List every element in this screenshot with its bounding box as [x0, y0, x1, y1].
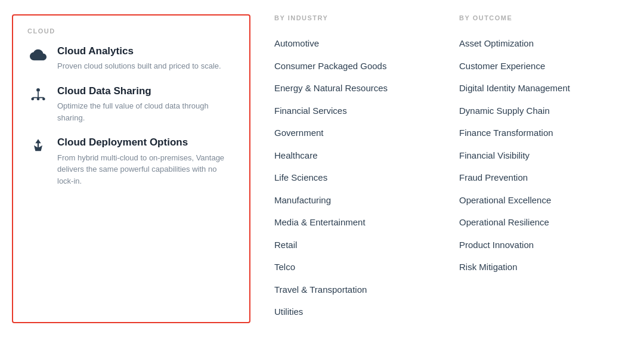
industry-item-5[interactable]: Healthcare [274, 144, 435, 167]
industry-item-7[interactable]: Manufacturing [274, 189, 435, 212]
outcome-item-7[interactable]: Operational Excellence [459, 189, 620, 212]
industry-item-1[interactable]: Consumer Packaged Goods [274, 55, 435, 78]
cloud-analytics-icon [27, 47, 49, 63]
cloud-data-sharing-icon [27, 86, 49, 103]
cloud-analytics-desc: Proven cloud solutions built and priced … [57, 60, 221, 72]
outcome-item-4[interactable]: Finance Transformation [459, 122, 620, 144]
outcome-column: BY OUTCOME Asset OptimizationCustomer Ex… [447, 14, 632, 323]
cloud-data-sharing-desc: Optimize the full value of cloud data th… [57, 100, 235, 123]
cloud-analytics-text: Cloud Analytics Proven cloud solutions b… [57, 45, 221, 83]
industry-column: BY INDUSTRY AutomotiveConsumer Packaged … [262, 14, 447, 323]
cloud-column: CLOUD Cloud Analytics Proven cloud solut… [12, 14, 250, 323]
industry-item-0[interactable]: Automotive [274, 32, 435, 55]
outcome-section-label: BY OUTCOME [459, 14, 620, 21]
industry-item-12[interactable]: Utilities [274, 301, 435, 323]
industry-section-label: BY INDUSTRY [274, 14, 435, 21]
outcome-item-5[interactable]: Financial Visibility [459, 144, 620, 167]
industry-item-9[interactable]: Retail [274, 234, 435, 256]
outcome-item-2[interactable]: Digital Identity Management [459, 77, 620, 100]
outcome-item-3[interactable]: Dynamic Supply Chain [459, 100, 620, 122]
industry-item-11[interactable]: Travel & Transportation [274, 278, 435, 301]
industry-item-10[interactable]: Telco [274, 256, 435, 278]
outcome-item-0[interactable]: Asset Optimization [459, 32, 620, 55]
cloud-data-sharing-item[interactable]: Cloud Data Sharing Optimize the full val… [27, 85, 235, 134]
outcome-item-9[interactable]: Product Innovation [459, 234, 620, 256]
cloud-data-sharing-title: Cloud Data Sharing [57, 85, 235, 97]
cloud-deployment-item[interactable]: Cloud Deployment Options From hybrid mul… [27, 137, 235, 197]
industry-item-4[interactable]: Government [274, 122, 435, 144]
industry-item-6[interactable]: Life Sciences [274, 166, 435, 189]
industry-item-3[interactable]: Financial Services [274, 100, 435, 122]
cloud-section-label: CLOUD [27, 27, 235, 35]
mega-menu: CLOUD Cloud Analytics Proven cloud solut… [12, 14, 632, 323]
cloud-deployment-desc: From hybrid multi-cloud to on-premises, … [57, 152, 235, 187]
cloud-analytics-item[interactable]: Cloud Analytics Proven cloud solutions b… [27, 45, 235, 83]
svg-point-0 [36, 88, 40, 92]
industry-item-8[interactable]: Media & Entertainment [274, 211, 435, 234]
cloud-data-sharing-text: Cloud Data Sharing Optimize the full val… [57, 85, 235, 134]
cloud-deployment-icon [27, 138, 49, 154]
outcome-item-6[interactable]: Fraud Prevention [459, 166, 620, 189]
outcome-item-8[interactable]: Operational Resilience [459, 211, 620, 234]
cloud-deployment-text: Cloud Deployment Options From hybrid mul… [57, 137, 235, 197]
outcome-item-1[interactable]: Customer Experience [459, 55, 620, 78]
cloud-deployment-title: Cloud Deployment Options [57, 137, 235, 148]
industry-item-2[interactable]: Energy & Natural Resources [274, 77, 435, 100]
industry-items-list: AutomotiveConsumer Packaged GoodsEnergy … [274, 32, 435, 323]
outcome-item-10[interactable]: Risk Mitigation [459, 256, 620, 278]
outcome-items-list: Asset OptimizationCustomer ExperienceDig… [459, 32, 620, 278]
cloud-analytics-title: Cloud Analytics [57, 45, 221, 57]
